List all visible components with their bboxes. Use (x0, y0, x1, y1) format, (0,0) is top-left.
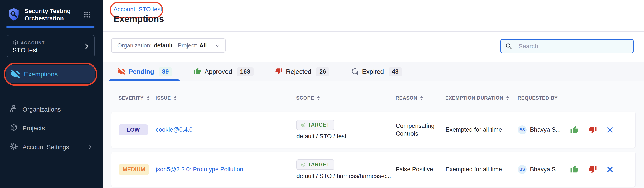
sort-icon (147, 96, 150, 100)
sort-icon (506, 96, 509, 100)
column-header-exemption-duration[interactable]: EXEMPTION DURATION (445, 95, 518, 101)
avatar: BS (518, 125, 527, 134)
row-actions (570, 126, 635, 134)
tab-count-badge: 89 (159, 67, 172, 76)
sort-icon (317, 96, 320, 100)
tab-expired[interactable]: Expired 48 (351, 62, 402, 81)
filter-bar: Organization: default Project: All (103, 32, 644, 62)
sidebar-item-exemptions[interactable]: Exemptions (6, 65, 95, 83)
sidebar-item-organizations[interactable]: Organizations (0, 100, 103, 119)
approve-button[interactable] (570, 165, 579, 174)
page-title: Exemptions (114, 14, 164, 24)
thumbs-down-icon (588, 126, 597, 134)
org-hierarchy-icon (10, 105, 18, 114)
issue-link[interactable]: cookie@0.4.0 (156, 126, 193, 133)
approve-button[interactable] (570, 126, 579, 134)
cube-icon (10, 124, 18, 133)
app-title: Security Testing Orchestration (24, 7, 83, 22)
thumbs-down-icon (588, 165, 597, 174)
sort-icon (420, 96, 423, 100)
thumbs-up-icon (194, 67, 201, 76)
scope-cell: TARGET default / STO / harness/harness-c… (296, 159, 396, 180)
severity-badge: LOW (119, 124, 148, 135)
thumbs-up-icon (570, 126, 579, 134)
gear-icon (10, 143, 18, 152)
column-header-severity[interactable]: SEVERITY (118, 95, 156, 101)
tab-count-badge: 26 (316, 67, 329, 76)
scope-path: default / STO / test (296, 133, 346, 140)
target-badge: TARGET (296, 120, 334, 130)
target-icon (301, 162, 306, 167)
app-switcher-grid-icon[interactable] (84, 11, 90, 19)
cancel-request-button[interactable] (607, 166, 613, 173)
target-badge: TARGET (296, 159, 334, 170)
thumbs-up-icon (570, 165, 579, 174)
sidebar-divider (6, 93, 95, 93)
thumbs-down-icon (275, 67, 283, 76)
chevron-right-icon (89, 144, 91, 151)
page-header: Account: STO test Exemptions (103, 0, 644, 32)
sto-shield-logo-icon (8, 8, 20, 22)
close-x-icon (607, 127, 613, 133)
tab-pending[interactable]: Pending 89 (117, 62, 172, 81)
sidebar-item-label: Projects (22, 125, 45, 132)
chevron-right-icon (85, 43, 88, 50)
reject-button[interactable] (588, 126, 597, 134)
reject-button[interactable] (588, 165, 597, 174)
tab-label: Expired (362, 68, 384, 75)
row-actions (570, 165, 635, 174)
severity-badge: MEDIUM (119, 164, 149, 175)
chevron-down-icon (215, 44, 219, 47)
tab-count-badge: 48 (389, 67, 402, 76)
exemption-duration-text: Exempted for all time (446, 166, 518, 173)
column-header-requested-by: REQUESTED BY (518, 95, 570, 101)
column-header-scope[interactable]: SCOPE (296, 95, 396, 101)
reason-text: False Positive (396, 166, 444, 173)
sidebar-item-label: Exemptions (24, 71, 58, 78)
expired-clock-icon (351, 67, 359, 76)
sidebar-item-label: Account Settings (22, 144, 69, 151)
organization-filter-value: default (154, 42, 173, 49)
tab-label: Approved (204, 68, 232, 75)
text-caret (517, 42, 517, 50)
avatar: BS (518, 165, 527, 174)
eye-off-icon (117, 68, 125, 76)
scope-cell: TARGET default / STO / test (296, 120, 396, 140)
search-box (500, 39, 634, 53)
column-header-issue[interactable]: ISSUE (156, 95, 296, 101)
table-header-row: SEVERITY ISSUE SCOPE REASON EXEMPTION DU… (111, 95, 636, 101)
layers-icon (13, 40, 18, 46)
app-root: Security Testing Orchestration (0, 0, 644, 188)
search-input[interactable] (501, 40, 633, 53)
account-name: STO test (12, 47, 38, 54)
close-x-icon (607, 166, 613, 173)
status-tabs: Pending 89 Approved 163 Rejected (103, 62, 644, 81)
eye-off-icon (10, 70, 20, 79)
table-row: LOW cookie@0.4.0 TARGET default / STO / … (111, 111, 636, 148)
account-scope-selector[interactable]: ACCOUNT STO test (7, 35, 95, 57)
tab-label: Rejected (286, 68, 311, 75)
requested-by-name: Bhavya S... (530, 166, 561, 173)
tab-count-badge: 163 (237, 67, 254, 76)
exemptions-table: SEVERITY ISSUE SCOPE REASON EXEMPTION DU… (103, 81, 644, 188)
sidebar-item-label: Organizations (22, 106, 61, 113)
main-content: Account: STO test Exemptions Organizatio… (103, 0, 644, 188)
cancel-request-button[interactable] (607, 127, 613, 133)
account-label: ACCOUNT (21, 41, 45, 45)
reason-text: Compensating Controls (396, 122, 444, 138)
sidebar-item-account-settings[interactable]: Account Settings (0, 138, 103, 157)
sidebar-item-projects[interactable]: Projects (0, 119, 103, 138)
scope-path: default / STO / harness/harness-c... (296, 173, 391, 180)
column-header-reason[interactable]: REASON (396, 95, 445, 101)
requested-by-cell: BS Bhavya S... (518, 165, 570, 174)
exemption-duration-text: Exempted for all time (446, 126, 518, 133)
issue-link[interactable]: json5@2.2.0: Prototype Pollution (156, 166, 243, 173)
breadcrumb-account-link[interactable]: Account: STO test (114, 6, 162, 13)
project-filter-dropdown[interactable]: Project: All (172, 38, 226, 53)
target-icon (301, 123, 306, 127)
tab-rejected[interactable]: Rejected 26 (275, 62, 330, 81)
organization-filter-label: Organization: (117, 42, 152, 49)
tab-approved[interactable]: Approved 163 (194, 62, 253, 81)
project-filter-label: Project: (178, 42, 197, 49)
project-filter-value: All (199, 42, 207, 49)
